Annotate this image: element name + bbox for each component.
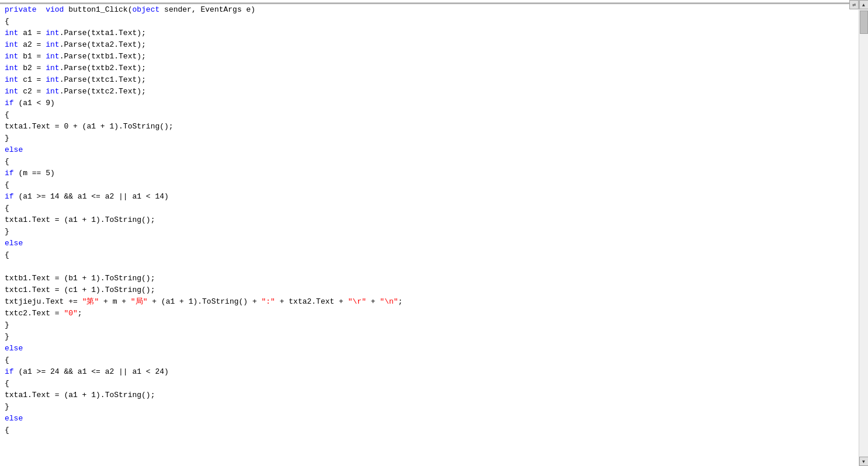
code-token: if bbox=[5, 191, 14, 203]
code-token: .Parse(txta1.Text); bbox=[60, 27, 146, 39]
code-token: { bbox=[5, 203, 9, 214]
scrollbar-track[interactable] bbox=[859, 9, 868, 457]
code-token: (a1 >= 14 && a1 <= a2 || a1 < 14) bbox=[14, 191, 169, 203]
code-token: int bbox=[5, 62, 18, 74]
code-token: else bbox=[5, 238, 23, 249]
code-token: if bbox=[5, 168, 14, 179]
code-token: txtjieju.Text += bbox=[5, 296, 82, 308]
code-token: { bbox=[5, 179, 9, 191]
code-line: if (a1 < 9) bbox=[0, 98, 859, 109]
code-token: int bbox=[5, 86, 18, 98]
code-token: b2 = bbox=[18, 62, 46, 74]
code-line: { bbox=[0, 156, 859, 168]
scroll-down-button[interactable]: ▼ bbox=[859, 457, 869, 466]
code-token: { bbox=[5, 16, 9, 27]
scroll-up-button[interactable]: ▲ bbox=[859, 0, 869, 9]
code-token: int bbox=[46, 62, 59, 74]
vertical-scrollbar[interactable]: ⇌ ▲ ▼ bbox=[859, 0, 868, 466]
code-line: else bbox=[0, 144, 859, 156]
code-line: txtc1.Text = (c1 + 1).ToString(); bbox=[0, 284, 859, 296]
code-line: txtb1.Text = (b1 + 1).ToString(); bbox=[0, 273, 859, 284]
code-token: } bbox=[5, 133, 9, 144]
code-token: txtc2.Text = bbox=[5, 308, 64, 319]
code-line bbox=[0, 261, 859, 273]
code-line: } bbox=[0, 226, 859, 238]
code-token: "\r" bbox=[348, 296, 366, 308]
code-line: txtjieju.Text += "第" + m + "局" + (a1 + 1… bbox=[0, 296, 859, 308]
code-token: a2 = bbox=[18, 39, 46, 51]
code-token: + (a1 + 1).ToString() + bbox=[147, 296, 261, 308]
code-line: } bbox=[0, 331, 859, 343]
code-token: } bbox=[5, 401, 9, 413]
code-token: .Parse(txtb1.Text); bbox=[60, 51, 146, 62]
code-line: else bbox=[0, 413, 859, 425]
code-line: txta1.Text = 0 + (a1 + 1).ToString(); bbox=[0, 121, 859, 133]
code-token: { bbox=[5, 109, 9, 121]
code-token: ; bbox=[78, 308, 82, 319]
code-line: } bbox=[0, 319, 859, 331]
code-token: "局" bbox=[131, 296, 148, 308]
code-token: ; bbox=[398, 296, 403, 308]
code-line: int b1 = int.Parse(txtb1.Text); bbox=[0, 51, 859, 62]
code-token: if bbox=[5, 366, 14, 378]
code-line: int c1 = int.Parse(txtc1.Text); bbox=[0, 74, 859, 86]
code-token: .Parse(txtb2.Text); bbox=[60, 62, 146, 74]
code-line: if (a1 >= 14 && a1 <= a2 || a1 < 14) bbox=[0, 191, 859, 203]
code-token: { bbox=[5, 378, 9, 390]
code-line: int a2 = int.Parse(txta2.Text); bbox=[0, 39, 859, 51]
code-token: c2 = bbox=[18, 86, 46, 98]
code-token: c1 = bbox=[18, 74, 46, 86]
code-token: (a1 >= 24 && a1 <= a2 || a1 < 24) bbox=[14, 366, 169, 378]
code-line: { bbox=[0, 378, 859, 390]
code-line: else bbox=[0, 343, 859, 354]
code-editor: private viod button1_Click(object sender… bbox=[0, 0, 868, 466]
code-token: (m == 5) bbox=[14, 168, 55, 179]
code-line: else bbox=[0, 238, 859, 249]
code-token: + m + bbox=[99, 296, 131, 308]
code-line: txta1.Text = (a1 + 1).ToString(); bbox=[0, 390, 859, 401]
code-line: { bbox=[0, 425, 859, 436]
code-token: "第" bbox=[82, 296, 99, 308]
code-line: } bbox=[0, 401, 859, 413]
code-token: + bbox=[366, 296, 380, 308]
code-token: "0" bbox=[64, 308, 77, 319]
code-token: "\n" bbox=[380, 296, 398, 308]
code-token: else bbox=[5, 144, 23, 156]
code-token: (a1 < 9) bbox=[14, 98, 55, 109]
code-token: .Parse(txtc2.Text); bbox=[60, 86, 146, 98]
code-token: .Parse(txta2.Text); bbox=[60, 39, 146, 51]
code-token: b1 = bbox=[18, 51, 46, 62]
code-line: { bbox=[0, 354, 859, 366]
code-line: } bbox=[0, 133, 859, 144]
scrollbar-thumb[interactable] bbox=[860, 11, 868, 34]
code-token: if bbox=[5, 98, 14, 109]
code-token: { bbox=[5, 425, 9, 436]
code-line: { bbox=[0, 16, 859, 27]
code-token: a1 = bbox=[18, 27, 46, 39]
split-icon[interactable]: ⇌ bbox=[849, 0, 859, 9]
code-token bbox=[37, 4, 46, 16]
code-line: { bbox=[0, 249, 859, 261]
code-token: viod bbox=[46, 4, 64, 16]
code-line: int b2 = int.Parse(txtb2.Text); bbox=[0, 62, 859, 74]
code-token: int bbox=[5, 39, 18, 51]
lines-container: private viod button1_Click(object sender… bbox=[0, 4, 859, 436]
code-line: if (a1 >= 24 && a1 <= a2 || a1 < 24) bbox=[0, 366, 859, 378]
code-token: txta1.Text = 0 + (a1 + 1).ToString(); bbox=[5, 121, 173, 133]
code-token: ":" bbox=[262, 296, 275, 308]
code-token: int bbox=[46, 39, 59, 51]
code-line: int a1 = int.Parse(txta1.Text); bbox=[0, 27, 859, 39]
code-token: else bbox=[5, 343, 23, 354]
code-token: object bbox=[132, 4, 159, 16]
code-token: int bbox=[5, 27, 18, 39]
code-token: private bbox=[5, 4, 37, 16]
code-content[interactable]: private viod button1_Click(object sender… bbox=[0, 0, 859, 466]
code-token: } bbox=[5, 331, 9, 343]
code-token: int bbox=[46, 86, 59, 98]
code-token: } bbox=[5, 226, 9, 238]
code-token: else bbox=[5, 413, 23, 425]
code-token: { bbox=[5, 156, 9, 168]
code-token: txtb1.Text = (b1 + 1).ToString(); bbox=[5, 273, 155, 284]
code-line: { bbox=[0, 203, 859, 214]
code-line: txtc2.Text = "0"; bbox=[0, 308, 859, 319]
